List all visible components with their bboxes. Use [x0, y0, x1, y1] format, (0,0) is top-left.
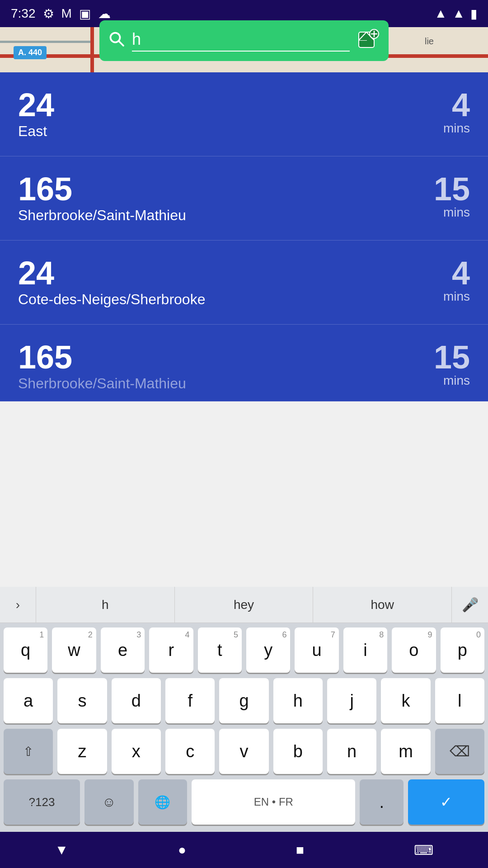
home-button[interactable]: ●: [178, 842, 186, 858]
key-z[interactable]: z: [57, 729, 107, 774]
transit-right-2: 4 mins: [443, 257, 470, 304]
key-l[interactable]: l: [435, 678, 484, 723]
transit-right-0: 4 mins: [443, 89, 470, 136]
suggestion-how[interactable]: how: [313, 587, 452, 623]
search-icon: [108, 31, 125, 51]
key-i[interactable]: 8i: [343, 627, 387, 673]
key-s[interactable]: s: [57, 678, 107, 723]
key-a[interactable]: a: [4, 678, 53, 723]
key-d[interactable]: d: [112, 678, 161, 723]
route-number-2: 24: [18, 257, 205, 289]
transit-list: 24 East 4 mins 165 Sherbrooke/Saint-Math…: [0, 72, 488, 401]
key-row-3: ⇧ z x c v b n m ⌫: [4, 729, 484, 774]
settings-icon: ⚙: [43, 6, 54, 21]
key-p[interactable]: 0p: [441, 627, 484, 673]
transit-left-3: 165 Sherbrooke/Saint-Mathieu: [18, 341, 186, 392]
svg-line-1: [119, 41, 123, 46]
transit-left-2: 24 Cote-des-Neiges/Sherbrooke: [18, 257, 205, 308]
map-road-secondary: [0, 41, 90, 43]
map-road-label: A. 440: [14, 46, 47, 59]
route-name-3: Sherbrooke/Saint-Mathieu: [18, 375, 186, 392]
battery-icon: ▮: [470, 6, 477, 21]
route-time-number-2: 4: [443, 257, 470, 289]
search-input[interactable]: h: [132, 30, 350, 52]
wifi-icon: ▲: [435, 6, 447, 21]
route-name-2: Cote-des-Neiges/Sherbrooke: [18, 291, 205, 308]
key-n[interactable]: n: [327, 729, 376, 774]
key-u[interactable]: 7u: [295, 627, 338, 673]
suggestions-row: › h hey how 🎤: [0, 587, 488, 623]
status-right: ▲ ▲ ▮: [435, 6, 477, 21]
shift-key[interactable]: ⇧: [4, 729, 53, 774]
key-m[interactable]: m: [381, 729, 430, 774]
key-k[interactable]: k: [381, 678, 430, 723]
sim-icon: ▣: [79, 6, 91, 21]
status-left: 7:32 ⚙ M ▣ ☁: [11, 6, 111, 21]
gmail-icon: M: [61, 6, 72, 21]
period-key[interactable]: .: [360, 779, 404, 825]
suggestion-h[interactable]: h: [36, 587, 175, 623]
key-rows: 1q 2w 3e 4r 5t 6y 7u 8i 9o 0p a s d f g …: [0, 623, 488, 832]
transit-left-0: 24 East: [18, 89, 54, 140]
back-button[interactable]: ▼: [55, 842, 68, 858]
space-key[interactable]: EN • FR: [192, 779, 355, 825]
route-time-label-0: mins: [443, 121, 470, 136]
transit-item-1[interactable]: 165 Sherbrooke/Saint-Mathieu 15 mins: [0, 156, 488, 241]
route-time-number-0: 4: [443, 89, 470, 121]
signal-icon: ▲: [452, 6, 465, 21]
route-number-3: 165: [18, 341, 186, 373]
key-w[interactable]: 2w: [52, 627, 96, 673]
key-b[interactable]: b: [273, 729, 323, 774]
add-home-icon[interactable]: [357, 28, 380, 54]
key-x[interactable]: x: [112, 729, 161, 774]
cloud-icon: ☁: [98, 6, 111, 21]
key-y[interactable]: 6y: [246, 627, 290, 673]
key-row-2: a s d f g h j k l: [4, 678, 484, 723]
key-o[interactable]: 9o: [392, 627, 436, 673]
microphone-icon[interactable]: 🎤: [452, 587, 488, 623]
route-name-0: East: [18, 123, 54, 140]
transit-right-3: 15 mins: [434, 341, 470, 388]
bottom-nav: ▼ ● ■ ⌨: [0, 832, 488, 868]
keyboard-toggle-button[interactable]: ⌨: [414, 842, 433, 858]
route-time-number-1: 15: [434, 173, 470, 205]
suggestions-expand-button[interactable]: ›: [0, 587, 36, 623]
key-e[interactable]: 3e: [101, 627, 145, 673]
backspace-key[interactable]: ⌫: [435, 729, 484, 774]
transit-item-0[interactable]: 24 East 4 mins: [0, 72, 488, 156]
key-g[interactable]: g: [219, 678, 268, 723]
key-q[interactable]: 1q: [4, 627, 47, 673]
globe-key[interactable]: 🌐: [138, 779, 188, 825]
route-time-number-3: 15: [434, 341, 470, 373]
route-number-0: 24: [18, 89, 54, 121]
key-v[interactable]: v: [219, 729, 268, 774]
keyboard-area: › h hey how 🎤 1q 2w 3e 4r 5t 6y 7u 8i 9o…: [0, 587, 488, 832]
enter-key[interactable]: ✓: [408, 779, 484, 825]
key-c[interactable]: c: [165, 729, 215, 774]
transit-left-1: 165 Sherbrooke/Saint-Mathieu: [18, 173, 186, 224]
key-t[interactable]: 5t: [198, 627, 242, 673]
search-bar[interactable]: h: [99, 20, 389, 61]
map-city-label: lie: [425, 36, 434, 47]
route-time-label-2: mins: [443, 289, 470, 304]
route-time-label-1: mins: [434, 205, 470, 220]
emoji-key[interactable]: ☺: [84, 779, 134, 825]
key-h[interactable]: h: [273, 678, 323, 723]
recent-apps-button[interactable]: ■: [296, 842, 304, 858]
key-r[interactable]: 4r: [149, 627, 193, 673]
status-time: 7:32: [11, 6, 36, 21]
key-j[interactable]: j: [327, 678, 376, 723]
route-time-label-3: mins: [434, 373, 470, 388]
search-bar-container: h: [99, 20, 389, 61]
key-f[interactable]: f: [165, 678, 215, 723]
transit-item-2[interactable]: 24 Cote-des-Neiges/Sherbrooke 4 mins: [0, 241, 488, 325]
key-row-4: ?123 ☺ 🌐 EN • FR . ✓: [4, 779, 484, 825]
suggestion-hey[interactable]: hey: [175, 587, 314, 623]
symbols-key[interactable]: ?123: [4, 779, 80, 825]
route-name-1: Sherbrooke/Saint-Mathieu: [18, 207, 186, 224]
transit-right-1: 15 mins: [434, 173, 470, 220]
route-number-1: 165: [18, 173, 186, 205]
transit-item-3[interactable]: 165 Sherbrooke/Saint-Mathieu 15 mins: [0, 325, 488, 401]
key-row-1: 1q 2w 3e 4r 5t 6y 7u 8i 9o 0p: [4, 627, 484, 673]
map-road-vertical: [90, 27, 94, 72]
